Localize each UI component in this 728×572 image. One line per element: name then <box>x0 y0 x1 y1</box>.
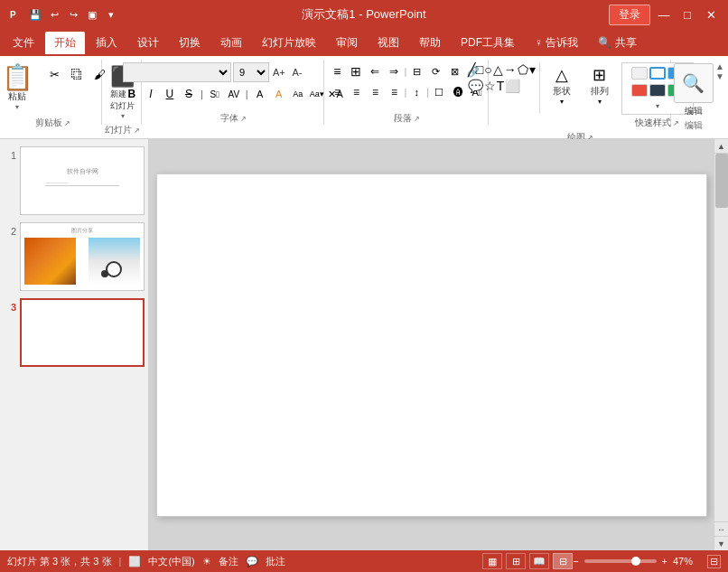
text-direction-btn[interactable]: ⟳ <box>426 62 444 80</box>
scroll-down-arrow[interactable]: ▼ <box>714 536 729 550</box>
shape-pentagon[interactable]: ⬠ <box>518 62 528 77</box>
notes-btn[interactable]: 备注 <box>219 555 238 568</box>
paragraph-expand-icon[interactable]: ↗ <box>414 115 420 123</box>
shape-dropdown-icon[interactable]: ▾ <box>560 98 564 106</box>
justify-btn[interactable]: ≡ <box>385 83 403 101</box>
zoom-out-btn[interactable]: − <box>573 556 578 567</box>
cut-button[interactable]: ✂ <box>44 63 66 85</box>
status-icon[interactable]: ⬜ <box>128 556 141 567</box>
menu-file[interactable]: 文件 <box>4 32 43 54</box>
align-text-btn[interactable]: ⊠ <box>445 62 463 80</box>
slide-thumb-1[interactable]: 软件自学网 ————— <box>20 146 145 215</box>
save-quick-btn[interactable]: 💾 <box>27 6 43 23</box>
menu-home[interactable]: 开始 <box>45 32 85 54</box>
ribbon-scroll-up[interactable]: ▲ <box>715 61 724 71</box>
menu-animation[interactable]: 动画 <box>211 32 251 54</box>
strikethrough-button[interactable]: S <box>180 85 198 103</box>
font-size-increase-btn[interactable]: A+ <box>271 63 287 81</box>
font-caps-dropdown[interactable]: Aa▾ <box>308 85 326 103</box>
scroll-up-arrow[interactable]: ▲ <box>714 139 729 154</box>
text-highlight-button[interactable]: A <box>270 85 288 103</box>
font-name-select[interactable] <box>123 62 231 82</box>
font-caps-button[interactable]: Aa <box>289 85 307 103</box>
minimize-button[interactable]: — <box>654 5 674 24</box>
present-quick-btn[interactable]: ▣ <box>84 6 100 23</box>
menu-view[interactable]: 视图 <box>369 32 408 54</box>
menu-share[interactable]: 🔍 共享 <box>589 32 645 54</box>
font-size-decrease-btn[interactable]: A- <box>289 63 305 81</box>
align-right-btn[interactable]: ≡ <box>366 83 384 101</box>
col-layout-btn[interactable]: ⊟ <box>407 62 425 80</box>
bullet-list-btn[interactable]: ≡ <box>328 62 346 80</box>
slide-thumb-3[interactable] <box>20 298 145 367</box>
clipboard-expand-icon[interactable]: ↗ <box>64 119 70 127</box>
shape-more[interactable]: ▾ <box>529 62 536 77</box>
shape-triangle[interactable]: △ <box>493 62 503 77</box>
copy-button[interactable]: ⿻ <box>67 63 89 85</box>
arrange-dropdown-icon[interactable]: ▾ <box>598 98 602 106</box>
notes-icon[interactable]: ☀ <box>202 556 211 567</box>
shape-oval[interactable]: ○ <box>484 62 491 77</box>
style-red[interactable] <box>631 84 648 97</box>
increase-indent-btn[interactable]: ⇒ <box>385 62 403 80</box>
line-spacing-btn[interactable]: ↕ <box>407 83 425 101</box>
bold-button[interactable]: B <box>123 85 141 103</box>
shape-star[interactable]: ☆ <box>484 79 496 93</box>
customize-quick-btn[interactable]: ▾ <box>103 6 119 23</box>
font-expand-icon[interactable]: ↗ <box>240 115 247 123</box>
paste-dropdown-icon[interactable]: ▾ <box>15 103 19 111</box>
slides-expand-icon[interactable]: ↗ <box>134 127 140 135</box>
text-shadow-button[interactable]: S⃣ <box>206 85 224 103</box>
text-shadow2-btn[interactable]: ☐ <box>430 83 448 101</box>
underline-button[interactable]: U <box>161 85 179 103</box>
canvas-area[interactable] <box>149 139 714 550</box>
menu-design[interactable]: 设计 <box>128 32 168 54</box>
shape-callout[interactable]: 💬 <box>468 79 483 93</box>
presentation-view-btn[interactable]: ⊟ <box>553 553 573 569</box>
menu-insert[interactable]: 插入 <box>87 32 126 54</box>
fit-slide-btn[interactable]: ⊟ <box>707 555 721 568</box>
search-button[interactable]: 🔍 <box>674 63 714 103</box>
align-center-btn[interactable]: ≡ <box>347 83 365 101</box>
char-spacing-button[interactable]: AV <box>225 85 243 103</box>
login-button[interactable]: 登录 <box>609 5 650 25</box>
scroll-thumb[interactable] <box>715 154 728 208</box>
zoom-level[interactable]: 47% <box>673 556 702 567</box>
maximize-button[interactable]: □ <box>677 5 697 24</box>
align-left-btn[interactable]: ≡ <box>328 83 346 101</box>
shape-arrow[interactable]: → <box>504 62 517 77</box>
numbered-list-btn[interactable]: ⊞ <box>347 62 365 80</box>
text-fill-btn[interactable]: 🅐 <box>449 83 467 101</box>
menu-slideshow[interactable]: 幻灯片放映 <box>253 32 325 54</box>
slide-sorter-btn[interactable]: ⊞ <box>506 553 526 569</box>
shape-text[interactable]: T <box>497 79 505 93</box>
zoom-thumb[interactable] <box>631 557 640 566</box>
scroll-down-arrow-bottom[interactable]: ↔ <box>714 521 729 536</box>
comments-btn[interactable]: 批注 <box>266 555 285 568</box>
paste-button[interactable]: 📋 粘贴 ▾ <box>0 61 41 115</box>
normal-view-btn[interactable]: ▦ <box>482 553 502 569</box>
arrange-button[interactable]: ⊞ 排列 ▾ <box>582 62 618 108</box>
menu-review[interactable]: 审阅 <box>327 32 367 54</box>
close-button[interactable]: ✕ <box>701 5 721 24</box>
menu-pdf[interactable]: PDF工具集 <box>452 32 524 54</box>
shape-line[interactable]: ╱ <box>468 62 475 77</box>
shape-button[interactable]: △ 形状 ▾ <box>544 62 580 108</box>
menu-transition[interactable]: 切换 <box>170 32 210 54</box>
font-size-select[interactable]: 9 10 12 <box>233 62 269 82</box>
decrease-indent-btn[interactable]: ⇐ <box>366 62 384 80</box>
reading-view-btn[interactable]: 📖 <box>529 553 549 569</box>
shape-textbox[interactable]: ⬜ <box>505 79 520 93</box>
slide-thumb-2[interactable]: 图片分享 <box>20 222 145 291</box>
redo-quick-btn[interactable]: ↪ <box>65 6 81 23</box>
menu-help[interactable]: 帮助 <box>410 32 450 54</box>
ribbon-scroll-down[interactable]: ▼ <box>715 71 724 81</box>
menu-tell-me[interactable]: ♀ 告诉我 <box>526 32 587 54</box>
comments-icon[interactable]: 💬 <box>246 556 258 567</box>
new-slide-arrow[interactable]: ▾ <box>121 112 125 120</box>
style-dark[interactable] <box>649 84 666 97</box>
zoom-slider[interactable] <box>584 559 657 563</box>
shape-rect[interactable]: □ <box>476 62 483 77</box>
zoom-in-btn[interactable]: + <box>662 556 667 567</box>
font-color-button[interactable]: A <box>251 85 269 103</box>
